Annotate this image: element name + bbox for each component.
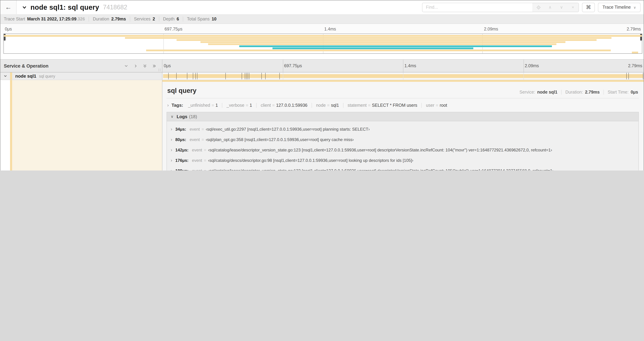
log-timestamp: 34μs: xyxy=(175,127,186,132)
logs-accordian: ∨ Logs (18) ›34μs:event=‹sql/exec_util.g… xyxy=(166,112,639,171)
span-detail-highlight xyxy=(12,80,162,171)
span-service-name: node sql1 xyxy=(15,74,36,79)
ruler-tick-label: 0μs xyxy=(4,27,13,32)
page-title: node sql1: sql query xyxy=(30,3,99,11)
minimap-span-bar xyxy=(177,39,596,41)
chevron-right-icon: › xyxy=(171,137,172,142)
log-field-value: ‹sql/plan_opt.go:358 [nsql1,client=127.0… xyxy=(206,137,354,142)
span-expander-chevron-icon[interactable] xyxy=(0,74,10,78)
minimap-span-bar xyxy=(146,50,610,51)
locate-icon[interactable] xyxy=(533,3,544,12)
span-meta-item: Start Time:0μs xyxy=(604,90,638,95)
log-marker xyxy=(244,73,245,79)
timeline-ruler: 0μs697.75μs1.4ms2.09ms2.79ms xyxy=(162,60,644,72)
find-prev-icon[interactable]: ∧ xyxy=(544,3,556,12)
summary-item-value: 6 xyxy=(176,17,179,21)
find-input[interactable] xyxy=(422,3,532,12)
tag-item: client=127.0.0.1:59936 xyxy=(256,103,312,108)
grid-line xyxy=(403,72,403,80)
summary-item-value: March 31 2022, 17:25:09.326 xyxy=(27,17,85,21)
service-operation-label: Service & Operation xyxy=(4,63,48,69)
span-row[interactable]: node sql1 sql query xyxy=(0,72,644,80)
summary-item-value: 10 xyxy=(212,17,216,21)
summary-item-value: 2.79ms xyxy=(111,17,126,21)
column-resizer-grip[interactable]: || xyxy=(158,68,161,71)
collapse-one-icon[interactable] xyxy=(124,64,128,68)
expand-all-icon[interactable] xyxy=(152,64,156,68)
log-row[interactable]: ›80μs:event=‹sql/plan_opt.go:358 [nsql1,… xyxy=(167,134,638,145)
chevron-right-icon: › xyxy=(171,127,172,131)
summary-item-label: Services xyxy=(134,17,150,21)
find-next-icon[interactable]: ∨ xyxy=(556,3,567,12)
log-marker xyxy=(226,73,226,79)
trace-collapse-chevron-icon[interactable] xyxy=(22,5,27,10)
log-field-key: event xyxy=(192,158,202,163)
expand-one-icon[interactable] xyxy=(133,64,138,68)
log-field-value: ‹sql/catalog/descs/descriptor.go:98 [nsq… xyxy=(208,158,414,163)
log-marker xyxy=(280,73,280,79)
ruler-tick-label: 1.4ms xyxy=(403,63,418,68)
log-marker xyxy=(262,73,262,79)
log-marker xyxy=(168,73,168,79)
trace-title-wrap: node sql1: sql query 7418682 xyxy=(16,3,127,11)
span-row-name-cell[interactable]: node sql1 sql query xyxy=(0,72,162,80)
log-timestamp: 176μs: xyxy=(175,158,188,163)
tag-item: statement=SELECT * FROM users xyxy=(343,103,422,108)
minimap-span-bar xyxy=(125,37,611,39)
span-detail-operation-title: sql query xyxy=(167,87,196,95)
log-field-key: event xyxy=(192,148,202,152)
log-field-value: ‹sql/catalog/lease/descriptor_version_st… xyxy=(208,168,554,171)
minimap-span-bar xyxy=(272,48,474,49)
log-field-key: event xyxy=(190,137,200,142)
ruler-tick-label: 697.75μs xyxy=(163,27,184,32)
timeline-header-row: Service & Operation || 0μs697.75μs1.4ms2… xyxy=(0,59,644,72)
summary-item: Duration2.79ms xyxy=(89,17,130,21)
minimap-span-bar xyxy=(200,41,565,43)
log-marker xyxy=(187,73,187,79)
collapse-all-icon[interactable] xyxy=(143,64,147,68)
logs-count: (18) xyxy=(189,114,197,119)
expand-collapse-controls xyxy=(124,64,160,68)
minimap-canvas[interactable] xyxy=(4,34,642,54)
summary-item-value: 2 xyxy=(153,17,155,21)
chevron-down-icon: ∨ xyxy=(634,5,636,9)
chevron-down-icon: ∨ xyxy=(171,115,174,119)
grid-line xyxy=(283,72,283,80)
span-detail-section: sql query Service:node sql1Duration:2.79… xyxy=(0,80,644,171)
trace-view-dropdown[interactable]: Trace Timeline ∨ xyxy=(598,3,640,12)
logs-header[interactable]: ∨ Logs (18) xyxy=(167,112,638,121)
trace-minimap: 0μs697.75μs1.4ms2.09ms2.79ms xyxy=(0,24,644,54)
find-clear-icon[interactable]: × xyxy=(567,3,578,12)
grid-line xyxy=(403,60,403,72)
divider xyxy=(166,98,639,98)
log-row[interactable]: ›189μs:event=‹sql/catalog/lease/descript… xyxy=(167,166,638,171)
span-operation-name: sql query xyxy=(39,74,55,78)
log-field-key: event xyxy=(190,127,200,132)
ruler-tick-label: 0μs xyxy=(162,63,172,68)
tags-accordian[interactable]: › Tags: _unfinished=1_verbose=1client=12… xyxy=(166,102,639,109)
log-row[interactable]: ›34μs:event=‹sql/exec_util.go:2297 [nsql… xyxy=(167,124,638,134)
trace-summary-bar: Trace StartMarch 31 2022, 17:25:09.326Du… xyxy=(0,14,644,24)
summary-item: Depth6 xyxy=(159,17,183,21)
top-bar: ← node sql1: sql query 7418682 ∧ ∨ × xyxy=(0,0,644,14)
back-button[interactable]: ← xyxy=(0,0,16,14)
span-detail-panel: sql query Service:node sql1Duration:2.79… xyxy=(162,80,644,171)
grid-line xyxy=(523,60,524,72)
log-marker xyxy=(195,73,196,79)
find-group: ∧ ∨ × xyxy=(422,3,579,12)
tags-label: Tags: xyxy=(172,103,183,108)
keyboard-shortcuts-button[interactable]: ⌘ xyxy=(582,3,595,12)
minimap-ruler: 0μs697.75μs1.4ms2.09ms2.79ms xyxy=(4,26,642,34)
back-arrow-icon: ← xyxy=(5,4,12,11)
span-row-timeline-cell[interactable] xyxy=(162,72,644,80)
service-operation-header: Service & Operation || xyxy=(0,60,162,72)
ruler-tick-label: 697.75μs xyxy=(283,63,303,68)
span-detail-meta: Service:node sql1Duration:2.79msStart Ti… xyxy=(516,90,638,95)
tag-item: _unfinished=1 xyxy=(184,103,222,108)
tag-item: node=sql1 xyxy=(312,103,343,108)
log-timestamp: 80μs: xyxy=(175,137,186,142)
tags-summary: _unfinished=1_verbose=1client=127.0.0.1:… xyxy=(184,103,451,108)
log-row[interactable]: ›142μs:event=‹sql/catalog/lease/descript… xyxy=(167,145,638,155)
log-row[interactable]: ›176μs:event=‹sql/catalog/descs/descript… xyxy=(167,155,638,166)
minimap-span-bar xyxy=(239,45,552,47)
